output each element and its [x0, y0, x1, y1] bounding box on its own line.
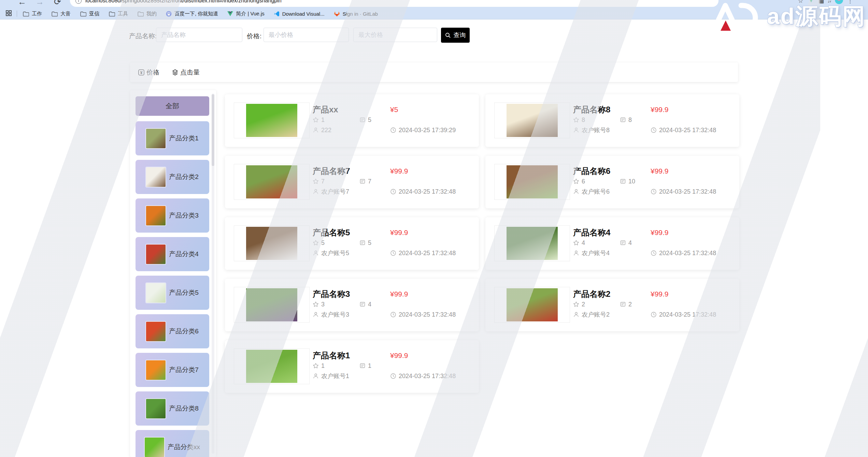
product-image: [507, 165, 558, 198]
category-image: [146, 129, 166, 148]
product-card[interactable]: 产品xx ¥5 1 5 222 2: [225, 94, 479, 147]
price-label: 价格:: [247, 32, 261, 41]
product-price: ¥99.9: [651, 106, 669, 114]
product-title: 产品名称6: [573, 166, 651, 177]
product-card[interactable]: 产品名称5 ¥99.9 5 5 农户账号5: [225, 217, 479, 270]
sidebar-category-item[interactable]: 产品分类5: [136, 276, 209, 310]
product-name-input[interactable]: [156, 28, 242, 42]
star-icon: [313, 240, 319, 246]
clock-icon: [390, 127, 396, 133]
sidebar-category-item[interactable]: 产品分类3: [136, 198, 209, 233]
forward-icon[interactable]: →: [35, 0, 44, 7]
query-button[interactable]: 查询: [441, 28, 470, 43]
person-icon: [313, 189, 319, 195]
bookmark-star-icon[interactable]: ☆: [798, 0, 803, 4]
publish-time: 2024-03-25 17:32:48: [390, 188, 456, 195]
back-icon[interactable]: ←: [18, 0, 26, 7]
bookmark-label: 工具: [118, 11, 128, 17]
sidebar-category-item[interactable]: 产品分类4: [136, 237, 209, 271]
bookmark-item[interactable]: 简介 | Vue.js: [227, 11, 264, 17]
person-icon: [313, 373, 319, 379]
clock-icon: [390, 189, 396, 195]
product-image: [246, 165, 297, 198]
product-title: 产品名称7: [313, 166, 390, 177]
search-icon: [445, 32, 451, 38]
bookmarks-bar: 工作 大音 亚信 工具 我的 百度一下, 你就知道 简介 | Vue.js Do…: [0, 8, 868, 19]
product-card[interactable]: 产品名称1 ¥99.9 1 1 农户账号1: [225, 340, 479, 393]
browser-chrome: ← → ⟳ i localhost:8080/springboot2855f2h…: [0, 0, 868, 19]
apps-grid-icon[interactable]: [5, 10, 12, 17]
url-text: localhost:8080/springboot2855f2h2/front/…: [85, 0, 282, 4]
bookmark-item[interactable]: 大音: [51, 11, 71, 17]
profile-avatar[interactable]: [835, 0, 843, 4]
person-icon: [313, 127, 319, 133]
product-image-frame: [234, 287, 310, 323]
bookmark-item[interactable]: 亚信: [80, 11, 99, 17]
bookmark-label: 我的: [146, 11, 157, 17]
product-card-grid: 产品xx ¥5 1 5 222 2: [225, 94, 738, 393]
menu-dots-icon[interactable]: ⋮: [847, 0, 853, 4]
downloads-icon[interactable]: ♫: [827, 0, 832, 4]
category-image: [146, 245, 166, 264]
farmer-account: 农户账号3: [313, 310, 390, 319]
clicks-icon: [172, 69, 179, 76]
site-info-icon[interactable]: i: [75, 0, 82, 4]
product-card[interactable]: 产品名称2 ¥99.9 2 2 农户账号2: [485, 279, 739, 331]
product-title: 产品名称3: [313, 289, 390, 300]
folder-icon: [51, 11, 58, 17]
product-image-frame: [234, 225, 310, 261]
farmer-account: 222: [313, 127, 390, 134]
product-card[interactable]: 产品名称4 ¥99.9 4 4 农户账号4: [485, 217, 739, 270]
vue-devtools-icon[interactable]: ▼: [808, 0, 814, 4]
product-card[interactable]: 产品名称6 ¥99.9 6 10 农户账号6: [485, 156, 739, 208]
star-count: 4: [573, 239, 620, 247]
product-card[interactable]: 产品名称8 ¥99.9 8 8 农户账号8: [485, 94, 739, 147]
folder-icon: [137, 11, 144, 17]
sidebar-category-item[interactable]: 产品分类6: [136, 314, 209, 348]
reload-icon[interactable]: ⟳: [54, 0, 61, 7]
sidebar-category-item[interactable]: 产品分类xx: [136, 430, 209, 457]
views-count: 7: [359, 178, 371, 185]
product-card[interactable]: 产品名称7 ¥99.9 7 7 农户账号7: [225, 156, 479, 208]
category-all-button[interactable]: 全部: [136, 96, 209, 116]
bookmark-item[interactable]: Download Visual...: [274, 11, 325, 17]
star-count: 2: [573, 301, 620, 308]
sidebar-category-item[interactable]: 产品分类7: [136, 353, 209, 387]
bookmark-item[interactable]: 我的: [137, 11, 157, 17]
sidebar-category-item[interactable]: 产品分类1: [136, 121, 209, 155]
star-count: 5: [313, 239, 359, 247]
category-image: [146, 167, 166, 187]
address-bar-row: ← → ⟳ i localhost:8080/springboot2855f2h…: [0, 0, 868, 8]
url-bar[interactable]: i localhost:8080/springboot2855f2h2/fron…: [70, 0, 718, 7]
sidebar-category-item[interactable]: 产品分类8: [136, 391, 209, 426]
category-label: 产品分类3: [169, 211, 199, 220]
extensions-puzzle-icon[interactable]: ▩: [819, 0, 824, 4]
bookmark-label: Download Visual...: [282, 11, 325, 17]
product-price: ¥99.9: [390, 351, 408, 360]
star-count: 6: [573, 178, 620, 185]
person-icon: [573, 311, 579, 318]
category-sidebar: 全部 产品分类1 产品分类2 产品分类3 产品分类4 产品分类5 产品分类6 产…: [130, 90, 216, 457]
product-image: [507, 227, 558, 260]
sort-tab-price[interactable]: ¥ 价格: [138, 68, 159, 77]
product-title: 产品名称8: [573, 104, 651, 115]
bookmark-item[interactable]: 百度一下, 你就知道: [166, 11, 218, 17]
product-image-frame: [494, 287, 570, 323]
max-price-input[interactable]: [353, 28, 437, 42]
product-card[interactable]: 产品名称3 ¥99.9 3 4 农户账号3: [225, 279, 479, 331]
form-icon: [359, 240, 366, 246]
person-icon: [313, 250, 319, 256]
star-icon: [573, 178, 579, 184]
bookmark-item[interactable]: 工具: [109, 11, 128, 17]
clock-icon: [651, 189, 657, 195]
publish-time: 2024-03-25 17:32:48: [651, 127, 716, 134]
product-title: 产品名称1: [313, 350, 390, 361]
sort-tab-clicks[interactable]: 点击量: [172, 68, 200, 77]
bookmark-item[interactable]: 工作: [23, 11, 42, 17]
sidebar-category-item[interactable]: 产品分类2: [136, 160, 209, 194]
min-price-input[interactable]: [264, 28, 349, 42]
bookmark-item[interactable]: Sign in · GitLab: [334, 11, 378, 17]
product-image-frame: [494, 164, 570, 200]
sidebar-scrollbar-thumb[interactable]: [212, 94, 214, 166]
product-image-frame: [234, 348, 310, 384]
